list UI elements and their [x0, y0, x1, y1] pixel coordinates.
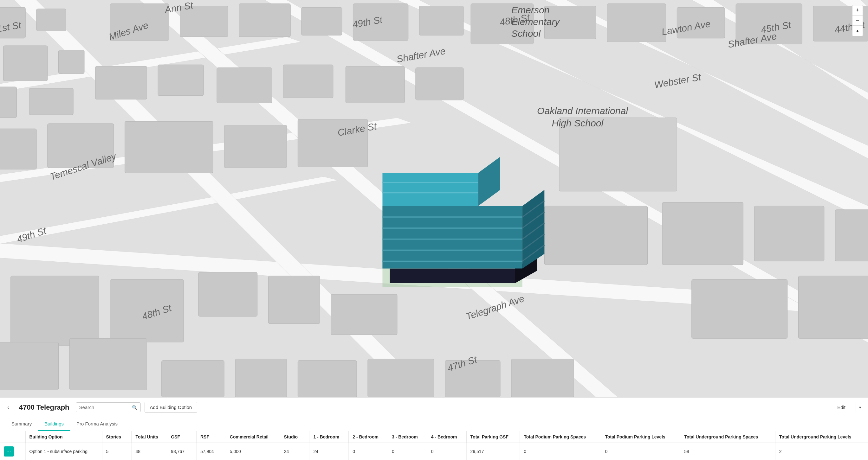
compass-button[interactable]: ◆ — [852, 26, 863, 36]
search-icon: 🔍 — [132, 405, 137, 410]
col-total-podium-parking-spaces: Total Podium Parking Spaces — [520, 431, 601, 443]
col-2-bedroom: 2 - Bedroom — [349, 431, 388, 443]
svg-rect-22 — [239, 4, 291, 37]
col-building-option: Building Option — [25, 431, 102, 443]
col-1-bedroom: 1 - Bedroom — [309, 431, 349, 443]
table-container: Building Option Stories Total Units GSF … — [0, 431, 868, 460]
svg-rect-69 — [368, 359, 434, 397]
cell-total-podium-parking-spaces: 0 — [520, 443, 601, 460]
cell-4-bedroom: 0 — [427, 443, 466, 460]
col-rsf: RSF — [196, 431, 226, 443]
cell-studio: 24 — [280, 443, 309, 460]
svg-rect-38 — [224, 125, 287, 168]
row-icon-cell: ··· — [0, 443, 25, 460]
search-input[interactable] — [79, 404, 130, 410]
tabs: Summary Buildings Pro Forma Analysis — [0, 417, 868, 431]
svg-rect-63 — [283, 65, 333, 98]
svg-rect-50 — [559, 118, 677, 191]
svg-rect-19 — [59, 50, 84, 73]
svg-rect-67 — [235, 359, 287, 397]
svg-rect-28 — [607, 4, 666, 42]
project-title: 4700 Telegraph — [17, 403, 72, 412]
svg-rect-61 — [158, 65, 204, 96]
edit-button[interactable]: Edit — [831, 402, 852, 413]
svg-rect-49 — [835, 210, 868, 261]
cell-building-option: Option 1 - subsurface parking — [25, 443, 102, 460]
svg-marker-106 — [382, 173, 478, 206]
svg-text:Elementary: Elementary — [512, 17, 560, 27]
svg-rect-44 — [269, 276, 320, 324]
zoom-out-button[interactable]: − — [852, 15, 863, 26]
back-button[interactable]: ‹ — [4, 403, 13, 412]
bottom-panel: ‹ 4700 Telegraph 🔍 Add Building Option E… — [0, 397, 868, 460]
svg-marker-99 — [382, 206, 522, 268]
svg-rect-64 — [346, 66, 405, 103]
cell-total-underground-parking-levels: 2 — [775, 443, 868, 460]
svg-rect-56 — [70, 338, 147, 390]
svg-rect-48 — [754, 206, 824, 261]
cell-total-underground-parking-spaces: 58 — [680, 443, 775, 460]
svg-rect-62 — [217, 68, 272, 103]
svg-rect-47 — [662, 202, 743, 265]
cell-3-bedroom: 0 — [388, 443, 427, 460]
col-total-underground-parking-levels: Total Underground Parking Levels — [775, 431, 868, 443]
svg-rect-55 — [0, 342, 59, 390]
svg-rect-66 — [162, 361, 224, 397]
svg-rect-71 — [512, 359, 574, 397]
search-container: 🔍 — [76, 402, 141, 412]
zoom-in-button[interactable]: + — [852, 5, 863, 15]
row-options-icon[interactable]: ··· — [4, 447, 14, 457]
svg-rect-58 — [0, 87, 17, 118]
add-building-label: Add Building Option — [150, 404, 192, 410]
col-commercial-retail: Commercial Retail — [226, 431, 280, 443]
svg-rect-51 — [692, 280, 787, 338]
svg-rect-41 — [11, 276, 99, 346]
cell-gsf: 93,767 — [167, 443, 196, 460]
table-header-row: Building Option Stories Total Units GSF … — [0, 431, 868, 443]
svg-rect-59 — [29, 88, 73, 115]
col-gsf: GSF — [167, 431, 196, 443]
svg-rect-35 — [0, 129, 36, 169]
col-3-bedroom: 3 - Bedroom — [388, 431, 427, 443]
svg-rect-25 — [420, 6, 463, 35]
svg-rect-23 — [302, 7, 342, 35]
cell-commercial-retail: 5,000 — [226, 443, 280, 460]
svg-rect-37 — [125, 121, 213, 173]
cell-total-parking-gsf: 29,517 — [466, 443, 520, 460]
cell-total-units: 48 — [131, 443, 167, 460]
svg-rect-45 — [331, 294, 397, 335]
add-building-button[interactable]: Add Building Option — [145, 402, 197, 413]
svg-text:Oakland International: Oakland International — [537, 105, 628, 116]
map-area: Miles Ave Temescal Valley 49th St 48th S… — [0, 0, 868, 397]
svg-rect-60 — [95, 66, 147, 99]
svg-rect-68 — [298, 361, 356, 397]
svg-rect-52 — [799, 276, 868, 338]
svg-text:Emerson: Emerson — [512, 5, 550, 15]
svg-rect-15 — [36, 9, 66, 31]
col-total-units: Total Units — [131, 431, 167, 443]
svg-rect-43 — [198, 272, 257, 316]
tab-buildings[interactable]: Buildings — [38, 417, 70, 431]
cell-1-bedroom: 24 — [309, 443, 349, 460]
cell-stories: 5 — [102, 443, 131, 460]
col-total-parking-gsf: Total Parking GSF — [466, 431, 520, 443]
svg-marker-97 — [390, 269, 515, 283]
col-total-podium-parking-levels: Total Podium Parking Levels — [601, 431, 680, 443]
svg-text:School: School — [512, 28, 541, 39]
table-row: ··· Option 1 - subsurface parking 5 48 9… — [0, 443, 868, 460]
col-total-underground-parking-spaces: Total Underground Parking Spaces — [680, 431, 775, 443]
col-4-bedroom: 4 - Bedroom — [427, 431, 466, 443]
tab-summary[interactable]: Summary — [5, 417, 38, 431]
svg-text:High School: High School — [552, 118, 604, 128]
map-svg: Miles Ave Temescal Valley 49th St 48th S… — [0, 0, 868, 397]
svg-rect-46 — [544, 206, 647, 265]
buildings-table: Building Option Stories Total Units GSF … — [0, 431, 868, 460]
toolbar: ‹ 4700 Telegraph 🔍 Add Building Option E… — [0, 398, 868, 417]
col-studio: Studio — [280, 431, 309, 443]
dots-icon: ··· — [7, 449, 11, 454]
app: Miles Ave Temescal Valley 49th St 48th S… — [0, 0, 868, 460]
dropdown-button[interactable]: ▾ — [856, 403, 864, 412]
tab-pro-forma[interactable]: Pro Forma Analysis — [70, 417, 124, 431]
map-controls: + − ◆ — [852, 5, 863, 36]
cell-total-podium-parking-levels: 0 — [601, 443, 680, 460]
